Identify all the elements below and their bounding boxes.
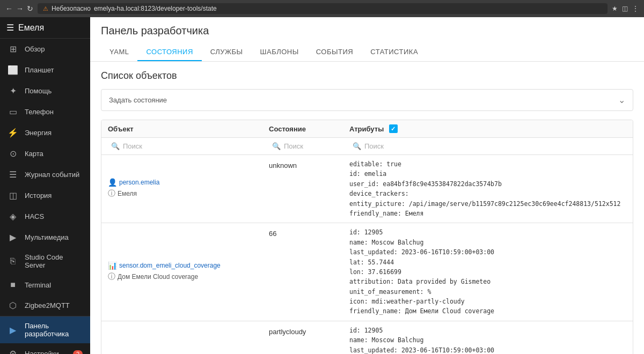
logbook-icon: ☰	[8, 169, 18, 180]
url-text: emelya-ha.local:8123/developer-tools/sta…	[94, 5, 217, 12]
sidebar-item-hacs[interactable]: ◈ HACS	[0, 206, 90, 227]
sidebar-item-overview[interactable]: ⊞ Обзор	[0, 39, 90, 60]
col-state: Состояние	[269, 124, 349, 133]
settings-badge: 2	[73, 350, 83, 355]
content-area: Список объектов Задать состояние ⌄ Объек…	[90, 62, 644, 354]
address-bar[interactable]: ⚠ Небезопасно emelya-ha.local:8123/devel…	[38, 3, 608, 14]
object-search-cell[interactable]: 🔍 Поиск	[108, 140, 269, 152]
sidebar-item-label: История	[25, 191, 83, 200]
sidebar-item-label: HACS	[25, 212, 83, 220]
entity-type-icon: 👤	[108, 178, 117, 187]
browser-right-icons[interactable]: ★ ◫ ⋮	[612, 5, 639, 12]
sidebar-item-history[interactable]: ◫ История	[0, 185, 90, 206]
app-name: Емеля	[18, 23, 44, 33]
entity-type-icon: 📊	[108, 261, 117, 270]
entity-name-row: ⓘ Дом Емели Cloud coverage	[108, 272, 256, 282]
sidebar-item-developer[interactable]: ▶ Панель разработчика	[0, 316, 90, 343]
states-table: Объект Состояние Атрибуты 🔍 Поиск 🔍 Поис…	[101, 120, 633, 354]
sidebar-item-logbook[interactable]: ☰ Журнал событий	[0, 164, 90, 185]
page-title: Панель разработчика	[101, 25, 633, 37]
page-header: Панель разработчика YAML СОСТОЯНИЯ СЛУЖБ…	[90, 17, 644, 62]
state-cell: partlycloudy	[262, 321, 343, 354]
attr-cell: id: 12905 name: Moscow Balchug last_upda…	[343, 321, 633, 354]
state-search-placeholder: Поиск	[284, 142, 303, 150]
sidebar-items: ⊞ Обзор ⬜ Планшет ✦ Помощь ▭ Телефон ⚡ Э…	[0, 39, 90, 316]
attributes-checkbox[interactable]	[389, 124, 398, 133]
state-setter[interactable]: Задать состояние ⌄	[101, 89, 633, 111]
insecure-label: Небезопасно	[52, 5, 91, 12]
sidebar-item-studio-code[interactable]: ⎘ Studio Code Server	[0, 248, 90, 275]
object-cell: 👤 person.emelia ⓘ Емеля	[101, 155, 262, 223]
sidebar-item-phone[interactable]: ▭ Телефон	[0, 101, 90, 122]
entity-id-link[interactable]: person.emelia	[119, 179, 159, 186]
sidebar-item-zigbee[interactable]: ⬡ Zigbee2MQTT	[0, 295, 90, 316]
help-icon: ✦	[8, 86, 18, 96]
hamburger-icon[interactable]: ☰	[6, 23, 14, 33]
extensions-icon[interactable]: ◫	[622, 5, 628, 12]
tab-events[interactable]: СОБЫТИЯ	[308, 43, 362, 61]
sidebar: ☰ Емеля ⊞ Обзор ⬜ Планшет ✦ Помощь ▭ Тел…	[0, 17, 90, 354]
sidebar-item-label: Помощь	[25, 87, 83, 95]
attr-search-placeholder: Поиск	[364, 142, 384, 150]
history-icon: ◫	[8, 190, 18, 201]
info-icon: ⓘ	[108, 272, 115, 282]
browser-nav-icons[interactable]: ← → ↻	[5, 4, 33, 13]
media-icon: ▶	[8, 232, 18, 242]
map-icon: ⊙	[8, 149, 18, 159]
tab-states[interactable]: СОСТОЯНИЯ	[137, 43, 201, 61]
entity-name: Дом Емели Cloud coverage	[118, 273, 198, 281]
phone-icon: ▭	[8, 107, 18, 117]
table-header: Объект Состояние Атрибуты	[101, 120, 633, 138]
section-title: Список объектов	[101, 70, 633, 82]
table-row: 📊 sensor.dom_emeli_condition ⓘ Дом Емели…	[101, 321, 633, 354]
tablet-icon: ⬜	[8, 65, 18, 75]
sidebar-item-label: Обзор	[25, 45, 83, 53]
sidebar-item-media[interactable]: ▶ Мультимедиа	[0, 227, 90, 248]
sidebar-item-label: Terminal	[25, 281, 83, 289]
sidebar-item-label: Панель разработчика	[25, 322, 83, 338]
entity-icons: 👤 person.emelia	[108, 178, 256, 187]
sidebar-item-label: Телефон	[25, 108, 83, 116]
attr-cell: id: 12905 name: Moscow Balchug last_upda…	[343, 223, 633, 321]
app-layout: ☰ Емеля ⊞ Обзор ⬜ Планшет ✦ Помощь ▭ Тел…	[0, 17, 644, 354]
lock-icon: ⚠	[43, 5, 48, 12]
sidebar-item-help[interactable]: ✦ Помощь	[0, 80, 90, 101]
state-cell: 66	[262, 223, 343, 321]
attr-search-cell[interactable]: 🔍 Поиск	[349, 140, 626, 152]
browser-bar: ← → ↻ ⚠ Небезопасно emelya-ha.local:8123…	[0, 0, 644, 17]
entity-id-link[interactable]: sensor.dom_emeli_cloud_coverage	[119, 262, 221, 269]
attr-cell: editable: true id: emelia user_id: ea84b…	[343, 155, 633, 223]
state-search-cell[interactable]: 🔍 Поиск	[269, 140, 349, 152]
sidebar-item-map[interactable]: ⊙ Карта	[0, 143, 90, 164]
sidebar-item-label: Настройки	[25, 350, 67, 354]
back-icon[interactable]: ←	[5, 4, 13, 13]
bookmark-icon[interactable]: ★	[612, 5, 618, 12]
sidebar-bottom: ▶ Панель разработчика ⚙ Настройки 2 🔔 Ув…	[0, 316, 90, 354]
main-content: Панель разработчика YAML СОСТОЯНИЯ СЛУЖБ…	[90, 17, 644, 354]
state-setter-label: Задать состояние	[109, 96, 618, 104]
sidebar-item-terminal[interactable]: ■ Terminal	[0, 275, 90, 295]
object-cell: 📊 sensor.dom_emeli_condition ⓘ Дом Емели…	[101, 321, 262, 354]
settings-icon: ⚙	[8, 349, 18, 354]
sidebar-item-energy[interactable]: ⚡ Энергия	[0, 122, 90, 143]
sidebar-item-label: Карта	[25, 150, 83, 158]
sidebar-item-settings[interactable]: ⚙ Настройки 2	[0, 343, 90, 354]
sidebar-item-label: Журнал событий	[25, 171, 83, 179]
chevron-down-icon: ⌄	[618, 95, 625, 105]
tab-stats[interactable]: СТАТИСТИКА	[362, 43, 427, 61]
sidebar-item-label: Studio Code Server	[25, 253, 83, 269]
entity-name: Емеля	[118, 190, 137, 197]
search-icon: 🔍	[272, 142, 281, 150]
tab-services[interactable]: СЛУЖБЫ	[202, 43, 252, 61]
tabs: YAML СОСТОЯНИЯ СЛУЖБЫ ШАБЛОНЫ СОБЫТИЯ СТ…	[101, 43, 633, 61]
search-row: 🔍 Поиск 🔍 Поиск 🔍 Поиск	[101, 138, 633, 155]
search-icon: 🔍	[353, 142, 361, 150]
tab-templates[interactable]: ШАБЛОНЫ	[252, 43, 308, 61]
overview-icon: ⊞	[8, 44, 18, 54]
sidebar-item-tablet[interactable]: ⬜ Планшет	[0, 60, 90, 80]
reload-icon[interactable]: ↻	[27, 4, 33, 13]
entity-icons: 📊 sensor.dom_emeli_cloud_coverage	[108, 261, 256, 270]
tab-yaml[interactable]: YAML	[101, 43, 137, 61]
menu-icon[interactable]: ⋮	[632, 5, 639, 12]
forward-icon[interactable]: →	[16, 4, 24, 13]
